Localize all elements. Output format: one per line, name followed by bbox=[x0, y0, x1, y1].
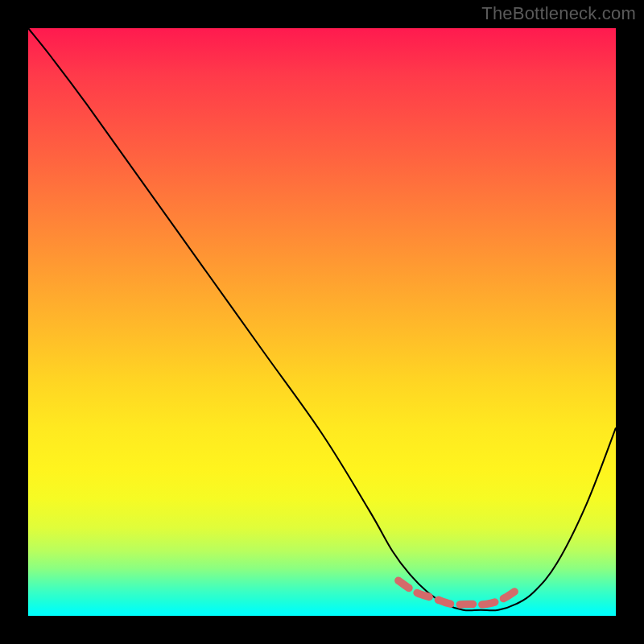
chart-svg bbox=[28, 28, 616, 616]
bottleneck-curve-path bbox=[28, 28, 616, 610]
optimal-band-marker-path bbox=[398, 580, 522, 605]
watermark-text: TheBottleneck.com bbox=[481, 3, 636, 24]
plot-area bbox=[28, 28, 616, 616]
chart-frame: TheBottleneck.com bbox=[0, 0, 644, 644]
